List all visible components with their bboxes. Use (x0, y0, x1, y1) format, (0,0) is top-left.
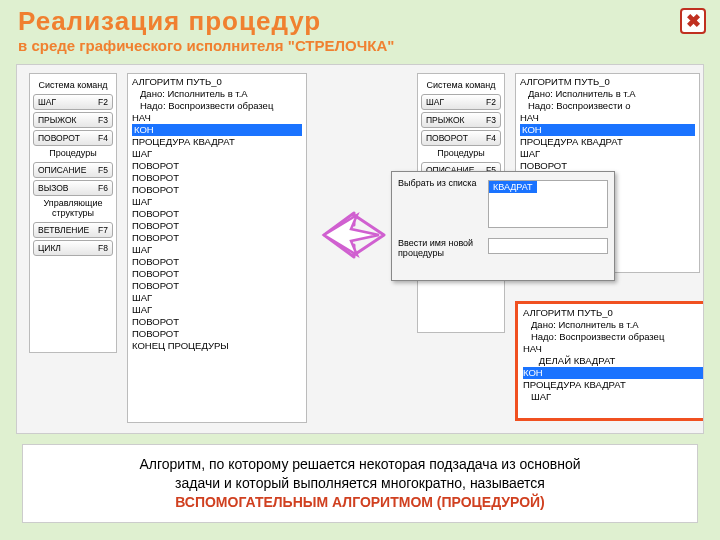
btn-jump-r[interactable]: ПРЫЖОКF3 (421, 112, 501, 128)
dialog-label-select: Выбрать из списка (398, 178, 476, 188)
btn-jump[interactable]: ПРЫЖОКF3 (33, 112, 113, 128)
btn-turn[interactable]: ПОВОРОТF4 (33, 130, 113, 146)
dialog-input[interactable] (488, 238, 608, 254)
dialog-label-input: Ввести имя новой процедуры (398, 238, 478, 258)
sidebar-group-control: Управляющие структуры (33, 198, 113, 218)
btn-step-r[interactable]: ШАГF2 (421, 94, 501, 110)
sidebar-group-commands: Система команд (33, 80, 113, 90)
btn-describe[interactable]: ОПИСАНИЕF5 (33, 162, 113, 178)
close-icon: ✖ (686, 10, 701, 32)
header: Реализация процедур в среде графического… (0, 0, 720, 56)
page-title: Реализация процедур (18, 6, 702, 37)
procedure-dialog: Выбрать из списка КВАДРАТ Ввести имя нов… (391, 171, 615, 281)
result-panel: АЛГОРИТМ ПУТЬ_0 Дано: Исполнитель в т.А … (515, 301, 704, 421)
sidebar-left: Система команд ШАГF2 ПРЫЖОКF3 ПОВОРОТF4 … (29, 73, 117, 353)
close-button[interactable]: ✖ (680, 8, 706, 34)
btn-call[interactable]: ВЫЗОВF6 (33, 180, 113, 196)
dialog-listbox[interactable]: КВАДРАТ (488, 180, 608, 228)
btn-branch[interactable]: ВЕТВЛЕНИЕF7 (33, 222, 113, 238)
caption-emphasis: ВСПОМОГАТЕЛЬНЫМ АЛГОРИТМОМ (ПРОЦЕДУРОЙ) (53, 493, 667, 512)
arrow-icon (319, 205, 389, 265)
result-highlight: КОН (523, 367, 704, 379)
caption-line1: Алгоритм, по которому решается некоторая… (53, 455, 667, 474)
page-subtitle: в среде графического исполнителя "СТРЕЛО… (18, 37, 702, 54)
caption-box: Алгоритм, по которому решается некоторая… (22, 444, 698, 523)
caption-line2: задачи и который выполняется многократно… (53, 474, 667, 493)
sidebar-group-procedures: Процедуры (33, 148, 113, 158)
btn-step[interactable]: ШАГF2 (33, 94, 113, 110)
stage: Система команд ШАГF2 ПРЫЖОКF3 ПОВОРОТF4 … (16, 64, 704, 434)
dialog-option-kvadrat[interactable]: КВАДРАТ (489, 181, 537, 193)
btn-turn-r[interactable]: ПОВОРОТF4 (421, 130, 501, 146)
listing-left: АЛГОРИТМ ПУТЬ_0 Дано: Исполнитель в т.А … (127, 73, 307, 423)
highlight-kon: КОН (132, 124, 302, 136)
btn-loop[interactable]: ЦИКЛF8 (33, 240, 113, 256)
